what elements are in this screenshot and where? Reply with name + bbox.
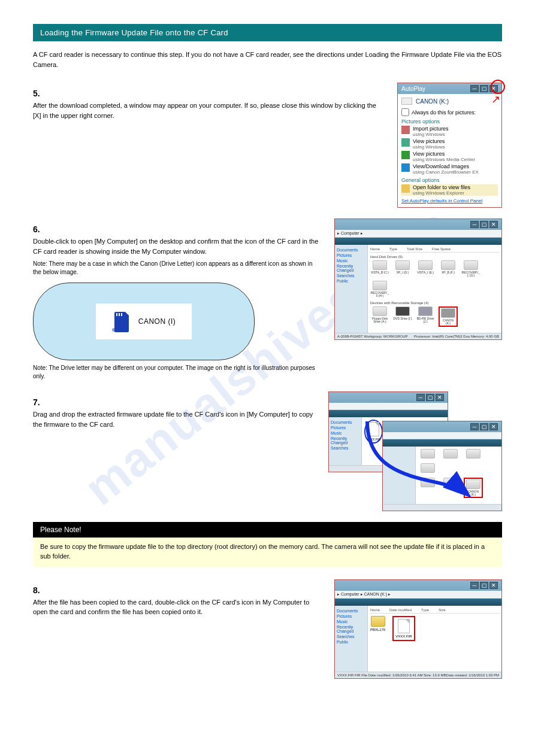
sidebar-link[interactable]: Pictures	[337, 253, 365, 257]
device-icon	[401, 98, 412, 105]
pictures-options-heading: Pictures options	[401, 119, 498, 125]
folder-icon	[371, 616, 385, 627]
drive-item[interactable]: XP_I (D:)	[393, 260, 412, 277]
dvd-icon	[395, 306, 410, 316]
always-checkbox[interactable]	[401, 108, 409, 116]
folder-item[interactable]: PBXL170	[370, 616, 385, 641]
folder-icon	[401, 184, 410, 193]
address-bar[interactable]: ▸ Computer ▸ CANON (K:) ▸	[335, 591, 501, 599]
firmware-file-source[interactable]: VXXX.FIR	[364, 420, 383, 444]
explorer-toolbar	[335, 238, 501, 245]
destination-drive[interactable]: CANON (K:)	[464, 478, 483, 498]
step6-text: Double-click to open [My Computer] on th…	[33, 236, 322, 256]
drive-item[interactable]: DVD Drive (I:)	[393, 306, 412, 327]
sidebar-link[interactable]: Searches	[337, 274, 365, 278]
hdd-icon	[395, 260, 410, 270]
drive-label: CANON (I)	[138, 317, 176, 326]
drive-item[interactable]: BD-RE Drive (J:)	[416, 306, 435, 327]
file-icon	[398, 619, 410, 633]
step8-text: After the file has been copied to the ca…	[33, 597, 322, 617]
maximize-button[interactable]: ▢	[480, 221, 488, 228]
close-highlight-circle	[491, 80, 505, 94]
caution-body: Be sure to copy the firmware update file…	[33, 538, 502, 567]
sd-card-icon	[112, 309, 132, 333]
step5-number: 5.	[33, 89, 385, 98]
bdre-icon	[418, 306, 433, 316]
status-bar: A-2008-PGMST Workgroup: WORKGROUPProcess…	[335, 333, 501, 339]
autoplay-window: AutoPlay ─ ▢ ✕ ↗ CANON (K:)	[397, 83, 502, 208]
address-bar[interactable]: ▸ Computer ▸	[335, 230, 501, 238]
drive-item[interactable]: Floppy Disk Drive (A:)	[370, 306, 389, 327]
drive-item[interactable]: RECOVERY_1 (G:)	[461, 260, 480, 277]
hdd-icon	[464, 260, 478, 270]
autoplay-item[interactable]: View picturesusing Windows	[401, 138, 498, 150]
zoombrowser-icon	[401, 163, 410, 172]
column-headers: NameTypeTotal SizeFree Space	[370, 247, 499, 253]
view-pictures-icon	[401, 138, 410, 147]
media-center-icon	[401, 151, 410, 159]
drive-icon-callout: CANON (I)	[33, 283, 255, 360]
minimize-button[interactable]: ─	[470, 221, 479, 228]
svg-rect-2	[121, 313, 122, 316]
maximize-button[interactable]: ▢	[480, 85, 488, 92]
step5-text: After the download completed, a window m…	[33, 101, 385, 120]
card-reader-icon	[441, 308, 455, 318]
hdd-icon	[373, 281, 387, 290]
sidebar-link[interactable]: Music	[337, 259, 365, 263]
control-panel-link[interactable]: Set AutoPlay defaults in Control Panel	[401, 198, 498, 204]
section-title-bar: Loading the Firmware Update File onto th…	[33, 24, 502, 41]
general-options-heading: General options	[401, 177, 498, 183]
firmware-file-item[interactable]: VXXX.FIR	[392, 616, 415, 641]
step6-note-b: Note: The Drive letter may be different …	[33, 364, 322, 381]
confirmation-window: ─▢✕ ▸ Computer ▸ CANON (K:) ▸ DocumentsP…	[334, 579, 502, 679]
caution-heading: Please Note!	[33, 522, 502, 538]
drive-item[interactable]: VISTA_I (E:)	[416, 260, 435, 277]
maximize-button[interactable]: ▢	[480, 582, 488, 589]
step7-text: Drag and drop the extracted firmware upd…	[33, 409, 316, 429]
intro-text: A CF card reader is necessary to continu…	[33, 50, 502, 69]
explorer-sidebar: Documents Pictures Music Recently Change…	[335, 245, 368, 333]
step6-number: 6.	[33, 224, 322, 234]
sidebar-link[interactable]: Recently Changed	[337, 264, 365, 272]
minimize-button[interactable]: ─	[470, 582, 479, 589]
autoplay-item[interactable]: View picturesusing Windows Media Center	[401, 151, 498, 162]
destination-window: ─▢✕	[382, 421, 502, 511]
svg-point-3	[112, 327, 125, 332]
hdd-icon	[441, 260, 455, 270]
floppy-icon	[373, 306, 387, 316]
sidebar-link[interactable]: Public	[337, 279, 365, 283]
close-button[interactable]: ✕	[489, 582, 498, 589]
import-pictures-icon	[401, 126, 410, 134]
hdd-icon	[418, 260, 433, 270]
drag-drop-illustration: ─▢✕ DocumentsPicturesMusicRecently Chang…	[328, 391, 502, 511]
svg-rect-1	[119, 313, 120, 316]
autoplay-item[interactable]: View/Download Imagesusing Canon ZoomBrow…	[401, 163, 498, 175]
always-label: Always do this for pictures:	[412, 110, 476, 116]
step6-note-a: Note: There may be a case in which the C…	[33, 260, 322, 277]
drive-item[interactable]: VISTA_B (C:)	[370, 260, 389, 277]
file-icon	[367, 422, 379, 436]
step7-number: 7.	[33, 397, 316, 407]
hdd-section: Hard Disk Drives (5)	[370, 255, 499, 259]
card-reader-icon	[466, 479, 480, 489]
autoplay-title: AutoPlay	[401, 86, 425, 92]
sidebar-link[interactable]: Documents	[337, 248, 365, 252]
open-folder-item[interactable]: Open folder to view filesusing Windows E…	[401, 184, 498, 196]
status-bar: VXXX.FIR FIR File Date modified: 1/26/20…	[335, 672, 501, 678]
drive-item[interactable]: XP_B (F:)	[439, 260, 458, 277]
removable-section: Devices with Removable Storage (4)	[370, 301, 499, 305]
drive-item[interactable]: RECOVERY_0 (H:)	[370, 281, 389, 297]
autoplay-item[interactable]: Import picturesusing Windows	[401, 126, 498, 137]
minimize-button[interactable]: ─	[470, 85, 479, 92]
svg-rect-0	[116, 313, 117, 316]
autoplay-device-name: CANON (K:)	[416, 98, 449, 105]
step8-number: 8.	[33, 585, 322, 595]
my-computer-window: ─▢✕ ▸ Computer ▸ Documents Pictures Musi…	[334, 218, 502, 340]
canon-drive-item[interactable]: CANON (K:)	[439, 306, 458, 327]
hdd-icon	[373, 260, 387, 270]
close-button[interactable]: ✕	[489, 221, 498, 228]
